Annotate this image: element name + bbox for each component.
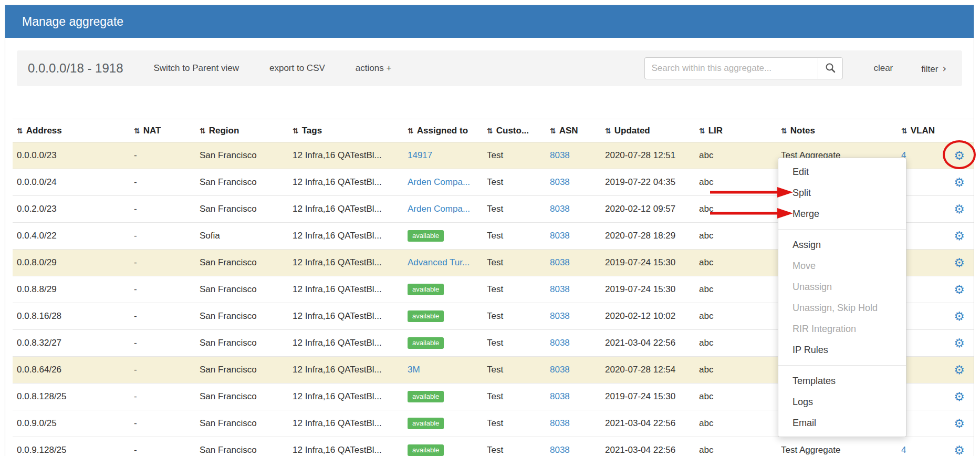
cell-tags: 12 Infra,16 QATestBl... [288,303,403,330]
asn-link[interactable]: 8038 [550,284,570,294]
assigned-link[interactable]: 3M [408,365,420,375]
cell-actions: ⚙ [945,169,974,196]
sort-icon[interactable]: ⇅ [293,127,299,135]
cell-tags: 12 Infra,16 QATestBl... [288,330,403,357]
column-header-lir[interactable]: ⇅LIR [695,119,777,142]
menu-item-ip-rules[interactable]: IP Rules [778,339,906,360]
sort-icon[interactable]: ⇅ [605,127,611,135]
cell-region: San Francisco [195,276,288,303]
cell-region: San Francisco [195,142,288,169]
sort-icon[interactable]: ⇅ [781,127,787,135]
sort-icon[interactable]: ⇅ [17,127,23,135]
gear-icon[interactable]: ⚙ [954,417,965,430]
menu-item-edit[interactable]: Edit [778,161,906,182]
column-label: Region [209,126,239,136]
gear-icon[interactable]: ⚙ [954,336,965,350]
asn-link[interactable]: 8038 [550,257,570,267]
asn-link[interactable]: 8038 [550,338,570,348]
clear-link[interactable]: clear [873,63,893,74]
cell-customer: Test [483,357,546,384]
cell-updated: 2019-07-24 15:30 [601,384,695,410]
gear-icon[interactable]: ⚙ [954,229,965,243]
vlan-link[interactable]: 4 [901,445,906,455]
asn-link[interactable]: 8038 [550,177,570,187]
cell-assigned: available [403,303,483,330]
sort-icon[interactable]: ⇅ [699,127,705,135]
menu-item-split[interactable]: Split [778,182,906,203]
available-badge: available [408,230,444,242]
filter-label: filter [921,64,938,74]
assigned-link[interactable]: Arden Compa... [408,204,470,214]
app-header: Manage aggregate [5,5,974,38]
switch-parent-view-link[interactable]: Switch to Parent view [153,63,239,74]
asn-link[interactable]: 8038 [550,418,570,428]
gear-icon[interactable]: ⚙ [954,363,965,377]
cell-customer: Test [483,437,546,456]
cell-customer: Test [483,384,546,410]
cell-updated: 2021-03-04 22:56 [601,330,695,357]
asn-link[interactable]: 8038 [550,365,570,375]
asn-link[interactable]: 8038 [550,445,570,455]
gear-icon[interactable]: ⚙ [954,202,965,216]
asn-link[interactable]: 8038 [550,150,570,160]
assigned-link[interactable]: Arden Compa... [408,177,470,187]
gear-icon[interactable]: ⚙ [954,149,965,162]
cell-updated: 2020-07-28 12:54 [601,357,695,384]
menu-item-templates[interactable]: Templates [778,370,906,391]
asn-link[interactable]: 8038 [550,311,570,321]
cell-region: San Francisco [195,410,288,437]
column-header-customer[interactable]: ⇅Custo... [483,119,546,142]
cell-nat: - [130,250,195,276]
asn-link[interactable]: 8038 [550,391,570,401]
gear-icon[interactable]: ⚙ [954,390,965,403]
cell-lir: abc [695,330,777,357]
sort-icon[interactable]: ⇅ [487,127,493,135]
column-label: Updated [614,126,650,136]
cell-address: 0.0.8.128/25 [13,384,130,410]
search-button[interactable] [818,57,843,79]
column-header-assigned[interactable]: ⇅Assigned to [403,119,483,142]
search-input[interactable] [644,57,818,79]
gear-icon[interactable]: ⚙ [954,309,965,323]
table-header-row: ⇅Address⇅NAT⇅Region⇅Tags⇅Assigned to⇅Cus… [13,119,974,142]
menu-item-merge[interactable]: Merge [778,203,906,224]
export-csv-link[interactable]: export to CSV [269,63,325,74]
column-header-nat[interactable]: ⇅NAT [130,119,195,142]
sort-icon[interactable]: ⇅ [408,127,414,135]
assigned-link[interactable]: 14917 [408,150,432,160]
sort-icon[interactable]: ⇅ [550,127,556,135]
column-header-updated[interactable]: ⇅Updated [601,119,695,142]
cell-address: 0.0.9.0/25 [13,410,130,437]
menu-item-unassign: Unassign [778,276,906,297]
available-badge: available [408,444,444,456]
column-header-vlan[interactable]: ⇅VLAN [897,119,945,142]
column-header-address[interactable]: ⇅Address [13,119,130,142]
gear-icon[interactable]: ⚙ [954,443,965,456]
cell-actions: ⚙ [945,303,974,330]
cell-lir: abc [695,437,777,456]
sort-icon[interactable]: ⇅ [200,127,206,135]
asn-link[interactable]: 8038 [550,231,570,241]
column-header-tags[interactable]: ⇅Tags [288,119,403,142]
cell-nat: - [130,276,195,303]
gear-icon[interactable]: ⚙ [954,175,965,189]
cell-region: San Francisco [195,330,288,357]
actions-menu-button[interactable]: actions + [356,63,392,74]
gear-icon[interactable]: ⚙ [954,283,965,296]
column-header-region[interactable]: ⇅Region [195,119,288,142]
menu-item-assign[interactable]: Assign [778,234,906,255]
cell-lir: abc [695,303,777,330]
menu-item-email[interactable]: Email [778,412,906,433]
assigned-link[interactable]: Advanced Tur... [408,257,470,267]
aggregate-label: 0.0.0.0/18 - 1918 [28,61,123,76]
cell-tags: 12 Infra,16 QATestBl... [288,276,403,303]
column-label: NAT [143,126,161,136]
sort-icon[interactable]: ⇅ [134,127,140,135]
column-header-asn[interactable]: ⇅ASN [546,119,601,142]
sort-icon[interactable]: ⇅ [901,127,908,135]
gear-icon[interactable]: ⚙ [954,256,965,270]
menu-item-logs[interactable]: Logs [778,391,906,412]
filter-link[interactable]: filter› [921,63,946,75]
asn-link[interactable]: 8038 [550,204,570,214]
column-header-notes[interactable]: ⇅Notes [777,119,897,142]
